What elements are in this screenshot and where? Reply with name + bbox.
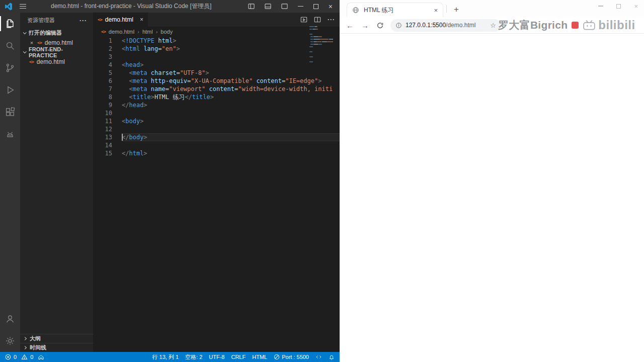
- split-layout-icon[interactable]: [265, 3, 271, 10]
- accounts-icon[interactable]: [0, 308, 20, 330]
- breadcrumb[interactable]: <> demo.html › html › body: [93, 27, 340, 37]
- tab-close-icon[interactable]: ×: [140, 16, 143, 23]
- bookmark-star-icon[interactable]: ☆: [490, 22, 496, 29]
- back-button[interactable]: ←: [344, 19, 356, 32]
- explorer-header-label: 资源管理器: [27, 17, 55, 24]
- explorer-sidebar: 资源管理器 ··· 打开的编辑器 × <> demo.html FRONT-EN…: [20, 13, 93, 352]
- status-bar: 0 0 行 13, 列 1 空格: 2 UTF-8 CRLF HTML Port…: [0, 352, 340, 362]
- run-debug-icon[interactable]: [0, 79, 20, 101]
- open-editors-section[interactable]: 打开的编辑器: [20, 28, 93, 38]
- chevron-down-icon: [23, 31, 27, 34]
- browser-tab[interactable]: HTML 练习 ×: [347, 3, 443, 17]
- breadcrumb-separator: ›: [137, 29, 139, 35]
- chevron-right-icon: [23, 346, 27, 349]
- globe-favicon: [352, 7, 359, 14]
- browser-tab-title: HTML 练习: [364, 6, 429, 15]
- minimap[interactable]: [309, 26, 333, 64]
- rendered-page: [340, 34, 644, 362]
- extensions-icon[interactable]: [0, 101, 20, 123]
- outline-pane-header[interactable]: 大纲: [20, 334, 93, 343]
- site-info-icon[interactable]: [395, 22, 402, 29]
- chevron-right-icon: [23, 337, 27, 340]
- code-editor[interactable]: 123456789101112131415 <!DOCTYPE html><ht…: [93, 37, 340, 352]
- editor-area: <> demo.html × ··· <> demo.html › html ›…: [93, 13, 340, 352]
- explorer-more-actions[interactable]: ···: [79, 17, 87, 24]
- language-mode[interactable]: HTML: [252, 354, 267, 360]
- address-bar[interactable]: 127.0.0.1:5500/demo.html ☆: [390, 19, 501, 32]
- new-tab-button[interactable]: +: [450, 3, 463, 16]
- explorer-activity-icon[interactable]: [0, 13, 20, 35]
- vscode-titlebar: demo.html - front-end-practice - Visual …: [0, 0, 340, 13]
- browser-toolbar: ← → 127.0.0.1:5500/demo.html ☆: [340, 17, 644, 34]
- editor-tab-bar: <> demo.html × ···: [93, 13, 340, 27]
- split-editor-icon[interactable]: [314, 16, 321, 23]
- browser-tab-strip: HTML 练习 × + ×: [340, 0, 644, 17]
- tree-item-demo-html[interactable]: <> demo.html: [20, 57, 93, 66]
- tab-close-icon[interactable]: ×: [434, 7, 438, 14]
- indentation[interactable]: 空格: 2: [185, 353, 202, 361]
- toggle-panel-icon[interactable]: [248, 3, 255, 10]
- maximize-button[interactable]: [313, 4, 318, 9]
- chevron-down-icon: [23, 50, 27, 53]
- activity-bar: [0, 13, 20, 352]
- browser-close-button[interactable]: ×: [634, 3, 638, 10]
- line-numbers: 123456789101112131415: [93, 37, 112, 352]
- customize-layout-icon[interactable]: [281, 3, 288, 10]
- remote-icon[interactable]: [315, 354, 322, 360]
- eol-sequence[interactable]: CRLF: [231, 354, 246, 360]
- editor-more-actions[interactable]: ···: [328, 16, 335, 23]
- browser-maximize-button[interactable]: [616, 4, 621, 9]
- code-lines[interactable]: <!DOCTYPE html><html lang="en"><head> <m…: [112, 37, 340, 352]
- menu-icon[interactable]: [19, 3, 27, 11]
- html-file-icon: <>: [101, 29, 106, 34]
- warning-count[interactable]: 0: [30, 354, 33, 360]
- errors-icon[interactable]: [5, 354, 11, 360]
- open-preview-icon[interactable]: [300, 16, 307, 23]
- html-file-icon: <>: [37, 40, 42, 45]
- circle-slash-icon: [274, 354, 280, 360]
- cursor-position[interactable]: 行 13, 列 1: [152, 353, 179, 361]
- source-control-icon[interactable]: [0, 57, 20, 79]
- settings-gear-icon[interactable]: [0, 330, 20, 352]
- folder-section-front-end-practice[interactable]: FRONT-END-PRACTICE: [20, 47, 93, 57]
- close-editor-icon[interactable]: ×: [29, 40, 34, 46]
- live-server-port[interactable]: Port : 5500: [274, 354, 309, 360]
- home-icon[interactable]: [38, 354, 44, 360]
- android-emulator-icon[interactable]: [0, 123, 20, 145]
- timeline-pane-header[interactable]: 时间线: [20, 343, 93, 352]
- close-button[interactable]: ×: [329, 3, 333, 10]
- error-count[interactable]: 0: [14, 354, 17, 360]
- tab-demo-html[interactable]: <> demo.html ×: [93, 13, 148, 27]
- browser-minimize-button[interactable]: [598, 6, 603, 6]
- tab-separator: [446, 5, 447, 13]
- vscode-window: demo.html - front-end-practice - Visual …: [0, 0, 340, 362]
- window-title: demo.html - front-end-practice - Visual …: [51, 2, 211, 11]
- encoding[interactable]: UTF-8: [209, 354, 224, 360]
- forward-button[interactable]: →: [359, 19, 371, 32]
- search-icon[interactable]: [0, 35, 20, 57]
- screenshot-root: demo.html - front-end-practice - Visual …: [0, 0, 644, 362]
- breadcrumb-separator: ›: [156, 29, 158, 35]
- warnings-icon[interactable]: [21, 354, 28, 360]
- reload-button[interactable]: [374, 19, 386, 32]
- minimize-button[interactable]: [298, 6, 303, 7]
- browser-window: HTML 练习 × + × ← → 127.0.0.1:5500/demo.ht…: [340, 0, 644, 362]
- url-text[interactable]: 127.0.0.1:5500/demo.html: [406, 22, 475, 29]
- html-file-icon: <>: [29, 59, 34, 64]
- vscode-logo-icon: [5, 3, 13, 11]
- bell-icon[interactable]: [329, 354, 335, 360]
- html-file-icon: <>: [98, 17, 102, 22]
